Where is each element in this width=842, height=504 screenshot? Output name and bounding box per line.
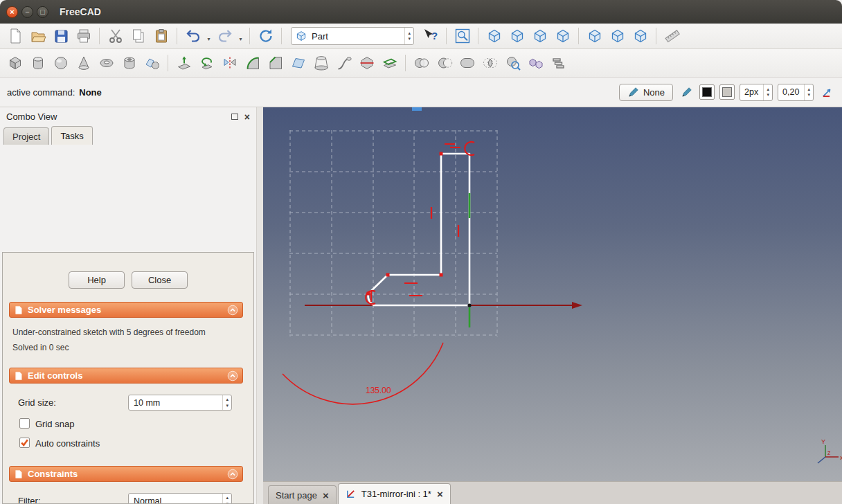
window-title: FreeCAD (60, 6, 101, 17)
line-color-swatch[interactable] (699, 84, 715, 100)
spin-arrows[interactable]: ▴▾ (222, 494, 231, 504)
view-front-button[interactable] (506, 26, 528, 46)
window-minimize-button[interactable]: − (21, 6, 33, 18)
view-right-button[interactable] (552, 26, 573, 46)
constraints-title: Constraints (28, 469, 78, 479)
redo-button[interactable] (214, 26, 235, 46)
viewport-3d[interactable]: 135.00 Y z x (263, 107, 842, 481)
part-revolve-button[interactable] (196, 53, 217, 73)
edit-pen-button[interactable] (678, 84, 695, 100)
top-view-cube-icon (532, 28, 548, 44)
part-offset-button[interactable] (379, 53, 400, 73)
open-button[interactable] (27, 26, 48, 46)
part-shapebuilder-button[interactable] (141, 53, 163, 73)
workbench-spin-arrows[interactable]: ▴▾ (404, 28, 413, 44)
new-button[interactable] (4, 26, 26, 46)
cross-sections-icon (550, 55, 567, 71)
part-chamfer-button[interactable] (265, 53, 286, 73)
solver-messages-header[interactable]: Solver messages (9, 302, 243, 318)
constraints-header[interactable]: Constraints (9, 466, 243, 482)
undo-button[interactable] (182, 26, 204, 46)
tab-start-page[interactable]: Start page × (268, 485, 337, 504)
part-union-button[interactable] (456, 53, 478, 73)
close-tab-icon[interactable]: × (323, 490, 329, 501)
part-mirror-button[interactable] (219, 53, 240, 73)
axis-cross-button[interactable] (818, 84, 835, 100)
panel-splitter[interactable] (256, 107, 263, 504)
face-color-swatch[interactable] (719, 84, 735, 100)
filter-combobox[interactable]: Normal ▴▾ (128, 493, 232, 504)
collapse-icon[interactable] (227, 370, 238, 381)
point-size-spinbox[interactable]: 0,20 ▴▾ (778, 84, 814, 101)
line-width-spinbox[interactable]: 2px ▴▾ (740, 84, 773, 101)
auto-constraints-checkbox[interactable] (19, 438, 30, 448)
view-rear-button[interactable] (584, 26, 605, 46)
window-maximize-button[interactable]: □ (37, 6, 48, 18)
part-fillet-button[interactable] (242, 53, 263, 73)
part-torus-button[interactable] (96, 53, 117, 73)
part-compound-button[interactable] (525, 53, 546, 73)
filter-value: Normal (134, 496, 161, 504)
help-button[interactable]: Help (69, 271, 125, 289)
part-box-button[interactable] (4, 53, 26, 73)
spin-arrows[interactable]: ▴▾ (763, 84, 772, 100)
fit-all-icon (454, 28, 471, 44)
part-sphere-button[interactable] (50, 53, 71, 73)
view-bottom-button[interactable] (607, 26, 628, 46)
angle-dimension-label[interactable]: 135.00 (366, 386, 391, 395)
view-left-button[interactable] (629, 26, 651, 46)
check-geometry-icon (505, 55, 521, 71)
close-tab-icon[interactable]: × (437, 489, 443, 499)
fit-all-button[interactable] (451, 26, 473, 46)
grid-snap-checkbox[interactable] (19, 418, 30, 429)
snap-mode-button[interactable]: None (619, 84, 673, 101)
part-cut-button[interactable] (433, 53, 455, 73)
whats-this-button[interactable] (420, 26, 441, 46)
copy-button[interactable] (127, 26, 149, 46)
workbench-selector[interactable]: Part ▴▾ (291, 27, 414, 45)
part-cylinder-button[interactable] (27, 53, 48, 73)
close-panel-icon[interactable]: × (244, 112, 250, 122)
part-crosssections-button[interactable] (548, 53, 569, 73)
close-task-button[interactable]: Close (132, 271, 188, 289)
spin-arrows[interactable]: ▴▾ (222, 395, 231, 410)
sketch-doc-icon (346, 489, 356, 499)
tab-project[interactable]: Project (3, 127, 49, 145)
axis-y-label: Y (821, 438, 825, 445)
print-button[interactable] (73, 26, 94, 46)
tab-label: Start page (276, 490, 317, 501)
part-extrude-button[interactable] (173, 53, 195, 73)
active-command-label: active command: (7, 87, 75, 98)
grid-size-combobox[interactable]: 10 mm ▴▾ (128, 395, 232, 411)
part-section-button[interactable] (356, 53, 377, 73)
spin-up-icon: ▴ (226, 397, 229, 402)
view-axonometric-button[interactable] (483, 26, 505, 46)
refresh-button[interactable] (255, 26, 276, 46)
solver-message: Under-constrained sketch with 5 degrees … (12, 327, 206, 337)
part-makeface-button[interactable] (287, 53, 309, 73)
spin-arrows[interactable]: ▴▾ (804, 84, 813, 100)
paste-button[interactable] (150, 26, 172, 46)
part-common-button[interactable] (479, 53, 501, 73)
front-view-cube-icon (509, 28, 526, 44)
tab-tasks[interactable]: Tasks (51, 126, 92, 145)
save-button[interactable] (50, 26, 71, 46)
part-loft-button[interactable] (310, 53, 332, 73)
part-sweep-button[interactable] (333, 53, 355, 73)
tab-document[interactable]: T31-mirror-ini : 1* × (338, 483, 451, 504)
view-top-button[interactable] (529, 26, 550, 46)
float-panel-icon[interactable] (231, 114, 238, 120)
collapse-icon[interactable] (227, 305, 238, 316)
collapse-icon[interactable] (227, 469, 238, 480)
part-checkgeometry-button[interactable] (502, 53, 523, 73)
part-tube-button[interactable] (118, 53, 140, 73)
undo-dropdown-button[interactable]: ▾ (205, 26, 213, 46)
part-cone-button[interactable] (73, 53, 94, 73)
cut-button[interactable] (105, 26, 126, 46)
edit-controls-header[interactable]: Edit controls (9, 368, 243, 384)
axonometric-cube-icon (486, 28, 503, 44)
window-close-button[interactable]: × (6, 6, 18, 18)
measure-button[interactable] (661, 26, 683, 46)
part-boolean-button[interactable] (411, 53, 432, 73)
redo-dropdown-button[interactable]: ▾ (237, 26, 244, 46)
